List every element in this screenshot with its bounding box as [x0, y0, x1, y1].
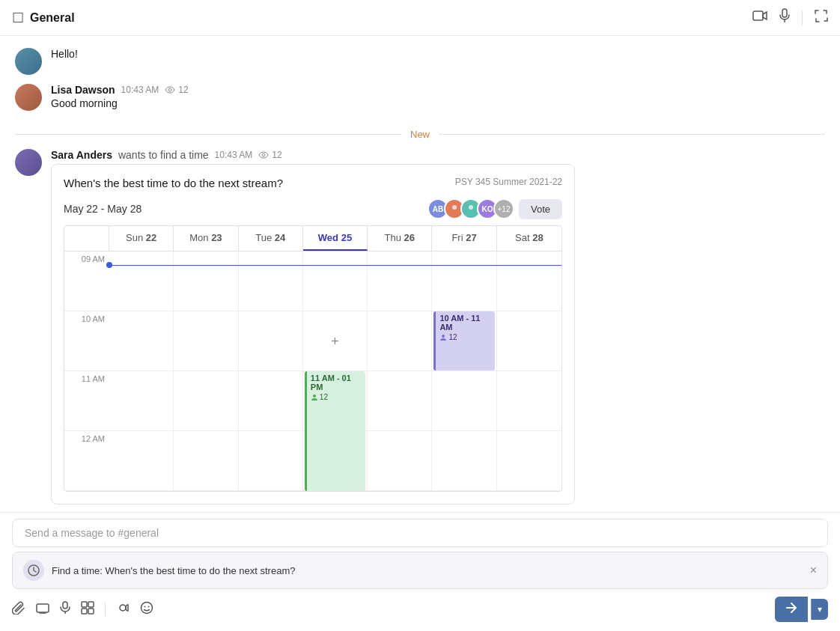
- message-action: wants to find a time: [118, 149, 209, 161]
- svg-rect-1: [782, 9, 787, 17]
- cal-cell-sat-9[interactable]: [497, 252, 561, 311]
- svg-rect-19: [88, 609, 94, 614]
- channel-icon: ☐: [12, 10, 24, 26]
- calendar-header: Sun 22 Mon 23 Tue 24 Wed 25 Thu 26: [64, 226, 561, 252]
- participant-count: +12: [493, 198, 514, 219]
- attachment-icon[interactable]: [12, 601, 25, 618]
- cal-cell-sun-10[interactable]: [109, 311, 174, 371]
- message-time: 10:43 AM: [121, 85, 159, 95]
- new-divider: New: [15, 129, 825, 140]
- message-input[interactable]: Send a message to #general: [12, 519, 828, 547]
- cal-cell-tue-10[interactable]: [239, 311, 303, 371]
- poll-week: May 22 - May 28: [64, 203, 141, 215]
- poll-avatars: AB KO +12: [427, 198, 514, 219]
- cal-cell-mon-11[interactable]: [174, 371, 238, 430]
- event-time: 11 AM - 01 PM: [311, 374, 362, 391]
- message-body: Hello!: [51, 48, 825, 60]
- cal-cell-fri-12[interactable]: [432, 431, 496, 490]
- time-label-10am: 10 AM: [64, 311, 109, 371]
- cal-header-mon: Mon 23: [174, 226, 238, 251]
- poll-header: When's the best time to do the next stre…: [64, 177, 562, 189]
- cal-header-empty: [64, 226, 109, 251]
- message-sara: Sara Anders wants to find a time 10:43 A…: [15, 149, 825, 505]
- cal-cell-thu-10[interactable]: [368, 311, 432, 371]
- grid-icon[interactable]: [81, 601, 94, 618]
- mic-icon[interactable]: [779, 8, 790, 27]
- event-fri-10am[interactable]: 10 AM - 11 AM 12: [433, 311, 494, 371]
- svg-point-8: [469, 205, 473, 210]
- cal-cell-sun-11[interactable]: [109, 371, 174, 430]
- svg-rect-16: [82, 602, 87, 607]
- cal-cell-wed-11[interactable]: 11 AM - 01 PM 12: [303, 371, 368, 430]
- cal-cell-fri-9[interactable]: [432, 252, 496, 311]
- event-wed-11am[interactable]: 11 AM - 01 PM 12: [305, 371, 365, 491]
- poll-card: When's the best time to do the next stre…: [51, 164, 575, 505]
- camera-icon[interactable]: [752, 10, 767, 25]
- time-label-11am: 11 AM: [64, 371, 109, 430]
- divider-line: [15, 134, 401, 135]
- send-button[interactable]: [775, 597, 808, 622]
- time-label-12am: 12 AM: [64, 431, 109, 490]
- avatar: [15, 84, 42, 111]
- calendar-body: 09 AM 10 AM: [64, 252, 561, 491]
- cal-cell-sun-9[interactable]: [109, 252, 174, 311]
- time-label-9am: 09 AM: [64, 252, 109, 311]
- current-time-line: [109, 265, 561, 266]
- microphone-icon[interactable]: [60, 601, 70, 618]
- screen-icon[interactable]: [36, 602, 49, 618]
- cal-header-sun: Sun 22: [109, 226, 174, 251]
- cal-cell-wed-10[interactable]: +: [303, 311, 368, 371]
- cal-cell-fri-11[interactable]: [432, 371, 496, 430]
- message-input-area: Send a message to #general Find a time: …: [0, 512, 840, 631]
- svg-rect-12: [37, 604, 49, 612]
- send-dropdown-button[interactable]: ▾: [811, 599, 828, 620]
- chat-area: Hello! Lisa Dawson 10:43 AM 12 Good morn…: [0, 36, 840, 512]
- clock-icon: [23, 560, 44, 581]
- cal-cell-tue-9[interactable]: [239, 252, 303, 311]
- attached-bar-left: Find a time: When's the best time to do …: [23, 560, 295, 581]
- divider-line: [439, 134, 825, 135]
- message-time: 10:43 AM: [215, 150, 253, 160]
- cal-cell-fri-10[interactable]: 10 AM - 11 AM 12: [432, 311, 496, 371]
- header: ☐ General: [0, 0, 840, 36]
- cal-cell-mon-9[interactable]: [174, 252, 238, 311]
- cal-header-wed: Wed 25: [303, 226, 368, 251]
- svg-point-23: [148, 606, 150, 607]
- toolbar-divider: [105, 603, 106, 616]
- message-body: Sara Anders wants to find a time 10:43 A…: [51, 149, 825, 505]
- cal-cell-sat-12[interactable]: [497, 431, 561, 490]
- mention-icon[interactable]: [116, 601, 130, 618]
- cal-header-tue: Tue 24: [239, 226, 303, 251]
- cal-cell-tue-12[interactable]: [239, 431, 303, 490]
- close-attached-button[interactable]: ×: [810, 564, 817, 577]
- cal-row-11am: 11 AM 11 AM - 01 PM 12: [64, 371, 561, 431]
- cal-cell-thu-12[interactable]: [368, 431, 432, 490]
- cal-header-sat: Sat 28: [497, 226, 561, 251]
- poll-label: PSY 345 Summer 2021-22: [455, 177, 562, 187]
- cal-cell-mon-12[interactable]: [174, 431, 238, 490]
- emoji-icon[interactable]: [140, 601, 153, 618]
- vote-button[interactable]: Vote: [519, 199, 562, 219]
- message-meta: Lisa Dawson 10:43 AM 12: [51, 84, 825, 96]
- add-event-icon[interactable]: +: [331, 333, 339, 349]
- cal-cell-thu-9[interactable]: [368, 252, 432, 311]
- poll-week-row: May 22 - May 28 AB KO +12: [64, 198, 562, 219]
- message-hello: Hello!: [15, 48, 825, 75]
- cal-header-thu: Thu 26: [368, 226, 432, 251]
- header-left: ☐ General: [12, 10, 75, 26]
- cal-row-9am: 09 AM: [64, 252, 561, 311]
- new-label: New: [401, 129, 439, 140]
- cal-cell-sun-12[interactable]: [109, 431, 174, 490]
- svg-rect-14: [63, 602, 67, 609]
- cal-cell-tue-11[interactable]: [239, 371, 303, 430]
- cal-cell-sat-10[interactable]: [497, 311, 561, 371]
- sender-name: Lisa Dawson: [51, 84, 115, 96]
- message-lisa: Lisa Dawson 10:43 AM 12 Good morning: [15, 84, 825, 111]
- expand-icon[interactable]: [815, 9, 828, 26]
- cal-cell-sat-11[interactable]: [497, 371, 561, 430]
- message-text: Good morning: [51, 97, 825, 109]
- cal-cell-thu-11[interactable]: [368, 371, 432, 430]
- channel-title: General: [30, 11, 75, 25]
- cal-cell-mon-10[interactable]: [174, 311, 238, 371]
- cal-cell-wed-9[interactable]: [303, 252, 368, 311]
